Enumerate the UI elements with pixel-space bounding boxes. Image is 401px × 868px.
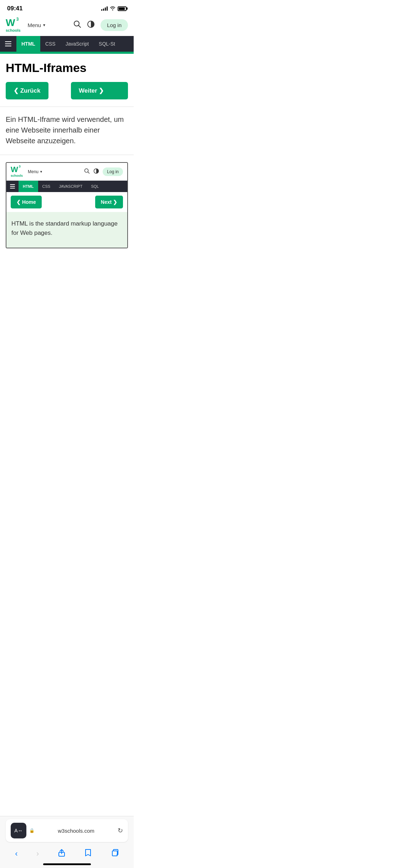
page-title: HTML-Iframes <box>6 61 128 75</box>
next-button-label: Weiter ❯ <box>79 87 104 94</box>
nav-icons: Log in <box>73 19 128 31</box>
signal-bars-icon <box>101 6 108 11</box>
iframe-nav-buttons: ❮ Home Next ❯ <box>6 192 127 212</box>
iframe-hamburger-icon <box>10 184 15 188</box>
iframe-contrast-icon[interactable] <box>93 168 99 175</box>
hamburger-button[interactable] <box>0 37 16 51</box>
tab-css[interactable]: CSS <box>40 36 61 52</box>
prev-button-label: ❮ Zurück <box>14 87 40 94</box>
iframe-prev-label: ❮ Home <box>16 199 36 205</box>
next-button[interactable]: Weiter ❯ <box>71 82 128 99</box>
iframe-content-area: HTML is the standard markup language for… <box>6 212 127 248</box>
iframe-menu-label: Menu <box>28 169 38 174</box>
menu-button[interactable]: Menu ▼ <box>28 22 46 28</box>
battery-icon <box>118 6 127 11</box>
tab-html[interactable]: HTML <box>16 36 40 52</box>
status-time: 09:41 <box>7 5 22 12</box>
divider-2 <box>0 155 134 155</box>
iframe-logo: W 3 schools <box>11 166 23 177</box>
iframe-tab-javascript[interactable]: JAVASCRIPT <box>55 181 87 192</box>
iframe-simulation: W 3 schools Menu ▼ <box>6 162 128 248</box>
iframe-chevron-icon: ▼ <box>40 170 43 174</box>
iframe-tab-css[interactable]: CSS <box>38 181 55 192</box>
search-icon[interactable] <box>73 20 81 30</box>
tab-sqlst[interactable]: SQL-St <box>94 36 120 52</box>
logo-schools: schools <box>6 29 21 32</box>
divider-1 <box>0 107 134 107</box>
hamburger-icon <box>5 41 11 46</box>
description-text: Ein HTML-Iframe wird verwendet, um eine … <box>6 114 128 146</box>
contrast-icon[interactable] <box>87 20 95 30</box>
status-bar: 09:41 <box>0 0 134 14</box>
iframe-tab-bar: HTML CSS JAVASCRIPT SQL <box>6 181 127 192</box>
tab-javascript[interactable]: JavaScript <box>61 36 94 52</box>
iframe-tab-sql[interactable]: SQL <box>87 181 103 192</box>
top-nav: W3 schools Menu ▼ Log in <box>0 14 134 36</box>
iframe-hamburger-button[interactable] <box>6 181 19 191</box>
logo-w: W <box>6 17 15 28</box>
w3schools-logo[interactable]: W3 schools <box>6 18 21 32</box>
iframe-logo-superscript: 3 <box>19 165 21 168</box>
iframe-tab-html[interactable]: HTML <box>19 181 38 192</box>
menu-label: Menu <box>28 22 41 28</box>
logo-superscript: 3 <box>16 17 19 21</box>
iframe-logo-w: W <box>11 165 18 174</box>
tab-bar: HTML CSS JavaScript SQL-St <box>0 36 134 52</box>
iframe-login-button[interactable]: Log in <box>103 167 123 176</box>
iframe-next-label: Next ❯ <box>101 199 117 205</box>
iframe-content-text: HTML is the standard markup language for… <box>11 219 122 237</box>
iframe-search-icon[interactable] <box>84 168 90 175</box>
login-button[interactable]: Log in <box>101 19 128 31</box>
svg-line-4 <box>88 172 89 173</box>
iframe-prev-button[interactable]: ❮ Home <box>11 196 42 208</box>
status-icons <box>101 6 127 11</box>
prev-button[interactable]: ❮ Zurück <box>6 82 48 99</box>
chevron-down-icon: ▼ <box>42 23 46 27</box>
nav-buttons: ❮ Zurück Weiter ❯ <box>6 82 128 99</box>
iframe-nav-icons: Log in <box>84 167 123 176</box>
iframe-top-nav: W 3 schools Menu ▼ <box>6 163 127 181</box>
wifi-icon <box>110 6 115 11</box>
iframe-menu-button[interactable]: Menu ▼ <box>28 169 43 174</box>
main-content: HTML-Iframes ❮ Zurück Weiter ❯ Ein HTML-… <box>0 54 134 255</box>
svg-line-1 <box>79 26 81 28</box>
iframe-logo-schools: schools <box>11 174 23 177</box>
iframe-next-button[interactable]: Next ❯ <box>95 196 123 208</box>
